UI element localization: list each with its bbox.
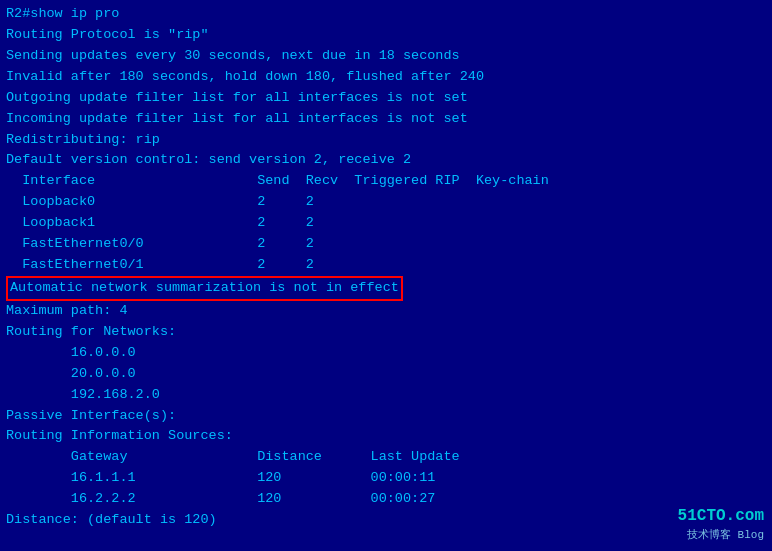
terminal-line-l13: Automatic network summarization is not i… [6,276,766,301]
terminal-line-l20: Routing Information Sources: [6,426,766,447]
terminal-line-l7: Default version control: send version 2,… [6,150,766,171]
terminal-line-l15: Routing for Networks: [6,322,766,343]
terminal-line-l14: Maximum path: 4 [6,301,766,322]
terminal-line-l11: FastEthernet0/0 2 2 [6,234,766,255]
terminal-line-l18: 192.168.2.0 [6,385,766,406]
terminal-line-l10: Loopback1 2 2 [6,213,766,234]
terminal-line-l3: Invalid after 180 seconds, hold down 180… [6,67,766,88]
terminal-line-l22: 16.1.1.1 120 00:00:11 [6,468,766,489]
watermark-site: 51CTO.com [678,505,764,527]
terminal-line-l4: Outgoing update filter list for all inte… [6,88,766,109]
terminal-line-cmd: R2#show ip pro [6,4,766,25]
terminal-line-l5: Incoming update filter list for all inte… [6,109,766,130]
terminal-line-l17: 20.0.0.0 [6,364,766,385]
terminal-line-l1: Routing Protocol is "rip" [6,25,766,46]
terminal-line-l2: Sending updates every 30 seconds, next d… [6,46,766,67]
terminal-window: R2#show ip proRouting Protocol is "rip"S… [0,0,772,551]
terminal-line-l19: Passive Interface(s): [6,406,766,427]
watermark: 51CTO.com 技术博客 Blog [678,505,764,543]
terminal-line-l12: FastEthernet0/1 2 2 [6,255,766,276]
terminal-line-l24: Distance: (default is 120) [6,510,766,531]
highlighted-line: Automatic network summarization is not i… [6,276,403,301]
terminal-line-l6: Redistributing: rip [6,130,766,151]
watermark-tech: 技术博客 Blog [678,528,764,543]
terminal-line-l8: Interface Send Recv Triggered RIP Key-ch… [6,171,766,192]
terminal-line-l9: Loopback0 2 2 [6,192,766,213]
terminal-line-l23: 16.2.2.2 120 00:00:27 [6,489,766,510]
terminal-line-l16: 16.0.0.0 [6,343,766,364]
terminal-line-l21: Gateway Distance Last Update [6,447,766,468]
